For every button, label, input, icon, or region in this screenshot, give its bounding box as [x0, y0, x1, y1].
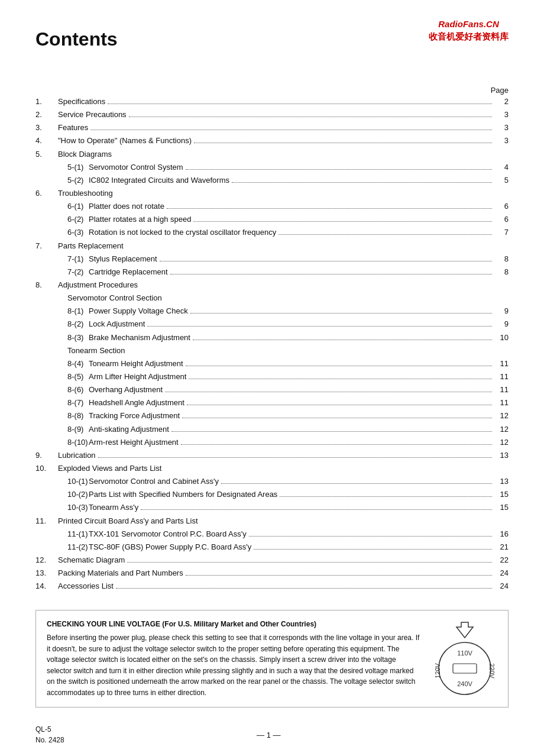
- toc-row: 8.Adjustment Procedures: [35, 279, 509, 291]
- catalog-number: No. 2428: [35, 735, 64, 745]
- model-number: QL-5: [35, 724, 64, 735]
- footer-model: QL-5 No. 2428: [35, 724, 64, 745]
- toc-sub-num: 8-(9): [35, 424, 89, 435]
- toc-dots: [165, 392, 492, 392]
- toc-page: 3: [494, 122, 509, 134]
- toc-row: 9.Lubrication13: [35, 450, 509, 461]
- toc-num: 14.: [35, 580, 58, 592]
- toc-row: 6.Troubleshooting: [35, 188, 509, 199]
- toc-sub-num: 11-(1): [35, 528, 89, 540]
- toc-dots: [187, 405, 492, 405]
- page-column-label: Page: [35, 86, 509, 95]
- toc-dots: [194, 143, 492, 143]
- voltage-selector-diagram: 110V 120V 220V 240V: [435, 639, 494, 698]
- toc-label: Accessories List: [58, 580, 114, 592]
- toc-dots: [193, 221, 492, 222]
- toc-dots: [90, 130, 492, 130]
- toc-row: 6-(3)Rotation is not locked to the cryst…: [35, 227, 509, 238]
- toc-page: 3: [494, 135, 509, 147]
- toc-dots: [279, 234, 492, 235]
- toc-page: 24: [494, 567, 509, 579]
- toc-sub-label: Lock Adjustment: [89, 318, 145, 330]
- toc-dots: [221, 483, 492, 484]
- toc-label: Lubrication: [58, 450, 96, 461]
- toc-row: 6-(2)Platter rotates at a high speed6: [35, 214, 509, 225]
- toc-num: 1.: [35, 96, 58, 108]
- toc-page: 4: [494, 161, 509, 173]
- toc-sub-label: Parts List with Specified Numbers for De…: [89, 489, 277, 500]
- toc-sub-num: 6-(3): [35, 227, 89, 238]
- toc-dots: [186, 366, 492, 366]
- toc-section-num: 7.: [35, 240, 58, 252]
- toc-sub-label: Servomotor Control System: [89, 161, 183, 173]
- toc-dots: [182, 418, 492, 418]
- toc-page: 8: [494, 266, 509, 278]
- toc-section-label: Printed Circuit Board Ass'y and Parts Li…: [58, 515, 198, 527]
- page-number: — 1 —: [257, 731, 280, 739]
- toc-row: 7.Parts Replacement: [35, 240, 509, 252]
- voltage-box-body: Before inserting the power plug, please …: [47, 632, 420, 699]
- voltage-check-box: CHECKING YOUR LINE VOLTAGE (For U.S. Mil…: [35, 610, 509, 707]
- toc-sub-num: 7-(2): [35, 266, 89, 278]
- svg-text:220V: 220V: [488, 663, 494, 679]
- svg-text:120V: 120V: [435, 663, 441, 679]
- toc-sub-num: 8-(8): [35, 410, 89, 422]
- toc-dots: [170, 274, 492, 274]
- toc-dots: [167, 208, 492, 209]
- toc-row: 11-(1)TXX-101 Servomotor Control P.C. Bo…: [35, 528, 509, 540]
- toc-sub-num: 10-(2): [35, 489, 89, 500]
- toc-page: 9: [494, 305, 509, 317]
- toc-page: 13: [494, 450, 509, 461]
- toc-sub-num: 8-(3): [35, 332, 89, 344]
- toc-num: 12.: [35, 554, 58, 566]
- toc-page: 11: [494, 397, 509, 409]
- toc-dots: [190, 313, 492, 314]
- toc-row: 6-(1)Platter does not rotate6: [35, 201, 509, 212]
- toc-dots: [160, 261, 492, 261]
- toc-sub-num: 5-(1): [35, 161, 89, 173]
- toc-page: 9: [494, 318, 509, 330]
- toc-dots: [186, 575, 492, 576]
- toc-row: 8-(1)Power Supply Voltage Check9: [35, 305, 509, 317]
- toc-container: 1.Specifications22.Service Precautions33…: [35, 96, 509, 592]
- toc-label: Service Precautions: [58, 109, 127, 121]
- toc-page: 11: [494, 371, 509, 383]
- page: Contents RadioFans.CN 收音机爱好者资料库 Page 1.S…: [0, 0, 544, 756]
- toc-sub-label: Platter does not rotate: [89, 201, 164, 212]
- toc-section-num: 6.: [35, 188, 58, 199]
- toc-sub-num: 11-(2): [35, 541, 89, 553]
- toc-sub-label: Arm-rest Height Ajustment: [89, 437, 179, 448]
- toc-sub-num: 8-(10): [35, 437, 89, 448]
- toc-sub-num: 8-(6): [35, 384, 89, 396]
- toc-row: 8-(8)Tracking Force Adjustment12: [35, 410, 509, 422]
- toc-row: 10-(3)Tonearm Ass'y15: [35, 502, 509, 513]
- toc-row: 14.Accessories List24: [35, 580, 509, 592]
- toc-row: 8-(6)Overhang Adjustment11: [35, 384, 509, 396]
- toc-row: Tonearm Section: [35, 345, 509, 357]
- svg-text:110V: 110V: [457, 650, 472, 657]
- toc-page: 3: [494, 109, 509, 121]
- toc-sub-num: 6-(2): [35, 214, 89, 225]
- toc-sub-num: 6-(1): [35, 201, 89, 212]
- toc-sub-num: 8-(2): [35, 318, 89, 330]
- voltage-text: CHECKING YOUR LINE VOLTAGE (For U.S. Mil…: [47, 619, 420, 698]
- toc-section-label: Block Diagrams: [58, 148, 112, 160]
- toc-sub-label: Cartridge Replacement: [89, 266, 168, 278]
- toc-page: 15: [494, 489, 509, 500]
- toc-dots: [181, 444, 492, 445]
- toc-sub-label: TXX-101 Servomotor Control P.C. Board As…: [89, 528, 247, 540]
- toc-sub-label: Arm Lifter Height Adjustment: [89, 371, 186, 383]
- toc-dots: [116, 588, 492, 589]
- toc-row: 12.Schematic Diagram22: [35, 554, 509, 566]
- toc-page: 8: [494, 253, 509, 265]
- toc-row: 8-(10)Arm-rest Height Ajustment12: [35, 437, 509, 448]
- toc-row: 8-(9)Anti-skating Adjustment12: [35, 424, 509, 435]
- toc-page: 6: [494, 201, 509, 212]
- toc-row: 1.Specifications2: [35, 96, 509, 108]
- svg-rect-6: [453, 664, 477, 673]
- toc-sub-label: Overhang Adjustment: [89, 384, 163, 396]
- toc-sub-label: Anti-skating Adjustment: [89, 424, 169, 435]
- toc-page: 13: [494, 476, 509, 487]
- toc-label: "How to Operate" (Names & Functions): [58, 135, 192, 147]
- toc-label: Packing Materials and Part Numbers: [58, 567, 183, 579]
